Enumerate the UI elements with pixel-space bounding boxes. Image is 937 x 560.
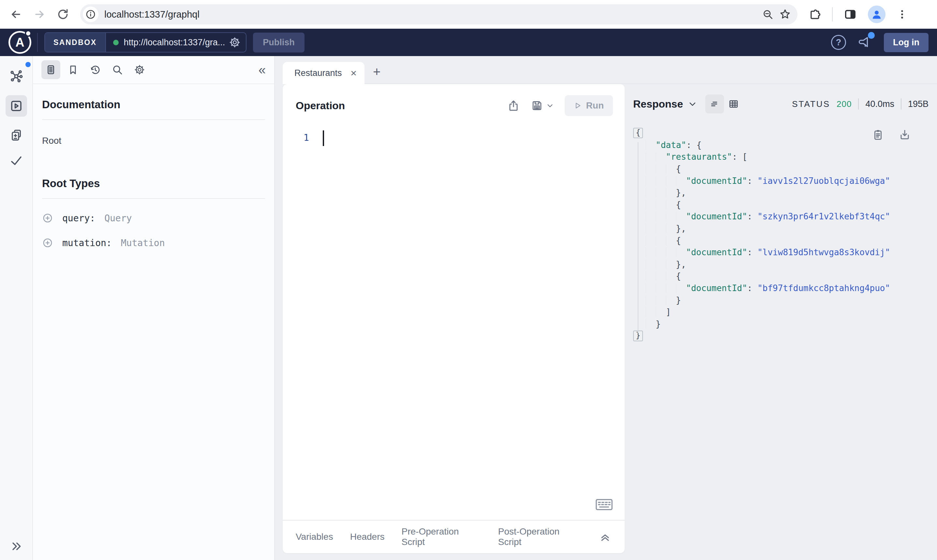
type-field-label[interactable]: query: (62, 213, 95, 224)
type-name-label[interactable]: Mutation (121, 238, 165, 248)
documentation-toolbar: « (33, 56, 274, 84)
indent-guide (666, 188, 676, 197)
chevron-down-icon (546, 102, 554, 109)
schema-icon (9, 69, 23, 83)
connection-settings-icon[interactable] (229, 37, 241, 48)
json-punctuation: } (676, 295, 681, 305)
indent-guide (655, 224, 666, 233)
connection-status-dot (113, 40, 118, 45)
run-button[interactable]: Run (565, 95, 613, 116)
keyboard-shortcuts-icon[interactable] (595, 498, 613, 511)
type-name-label[interactable]: Query (104, 213, 132, 224)
address-bar[interactable]: localhost:1337/graphql (80, 4, 797, 25)
schema-nav-button[interactable] (9, 69, 23, 83)
history-icon (90, 64, 101, 75)
copy-response-icon[interactable] (872, 128, 884, 141)
response-time: 40.0ms (865, 99, 894, 109)
json-punctuation: ] (666, 307, 671, 317)
indent-guide (666, 224, 676, 233)
plus-circle-icon[interactable] (42, 237, 53, 248)
table-view-button[interactable] (724, 95, 743, 114)
site-info-icon[interactable] (83, 6, 98, 22)
response-menu-button[interactable] (688, 100, 697, 108)
operation-title: Operation (296, 100, 345, 112)
indent-guide (655, 212, 666, 222)
endpoint-url[interactable]: http://localhost:1337/gra... (124, 37, 225, 48)
stat-divider (858, 98, 859, 109)
fold-marker[interactable]: { (633, 128, 643, 138)
new-tab-icon[interactable]: + (373, 65, 380, 78)
tab-strip: Restaurants × + (283, 56, 937, 84)
indent-guide (655, 236, 666, 245)
announcements-button[interactable] (858, 35, 872, 49)
side-panel-icon[interactable] (844, 8, 857, 21)
content-row: Operation Run (283, 84, 937, 560)
tab-post-operation-script[interactable]: Post-Operation Script (498, 526, 582, 547)
expand-sidebar-button[interactable] (10, 540, 23, 553)
tab-pre-operation-script[interactable]: Pre-Operation Script (402, 526, 481, 547)
bookmark-icon (68, 64, 78, 75)
forward-icon[interactable] (33, 8, 46, 20)
save-operation-button[interactable] (531, 99, 554, 112)
type-field-label[interactable]: mutation: (62, 238, 112, 248)
menu-kebab-icon[interactable] (897, 9, 908, 20)
json-line: } (633, 330, 929, 342)
help-icon[interactable]: ? (831, 35, 846, 50)
settings-tab-button[interactable] (130, 60, 149, 79)
zoom-out-icon[interactable] (762, 9, 773, 20)
bookmarks-tab-button[interactable] (63, 60, 83, 79)
text-view-button[interactable] (705, 95, 724, 114)
indent-guide (646, 224, 655, 233)
reload-icon[interactable] (57, 8, 69, 20)
url-text: localhost:1337/graphql (104, 9, 200, 20)
json-line: } (633, 318, 929, 330)
tab-restaurants[interactable]: Restaurants × (283, 62, 365, 84)
json-key: "restaurants" (666, 152, 732, 162)
json-punctuation: : (747, 212, 757, 222)
share-icon[interactable] (507, 99, 520, 112)
publish-button[interactable]: Publish (253, 32, 305, 52)
history-tab-button[interactable] (86, 60, 105, 79)
back-icon[interactable] (10, 8, 22, 20)
indent-guide (655, 295, 666, 305)
root-types-title: Root Types (42, 177, 265, 190)
apollo-logo[interactable]: A (8, 31, 31, 54)
json-string: "lviw819d5htwvga8s3kovdij" (757, 248, 890, 257)
run-play-icon (574, 102, 582, 109)
operation-editor[interactable]: 1 (283, 116, 625, 520)
json-string: "bf97tfdumkcc8ptahkng4puo" (757, 283, 890, 293)
indent-guide (666, 248, 676, 257)
run-label: Run (586, 100, 604, 111)
collapse-panel-icon[interactable]: « (258, 63, 266, 76)
tab-variables[interactable]: Variables (296, 532, 333, 542)
icon-rail (0, 56, 33, 560)
header-divider (37, 33, 38, 52)
plus-circle-icon[interactable] (42, 212, 53, 224)
documentation-panel: « Documentation Root Root Types query: Q… (33, 56, 275, 560)
root-type-query-row[interactable]: query: Query (42, 212, 265, 224)
json-punctuation: { (676, 271, 681, 281)
json-key: "data" (655, 140, 686, 150)
collections-nav-button[interactable] (9, 128, 23, 142)
root-item[interactable]: Root (42, 135, 265, 146)
indent-guide (655, 200, 666, 209)
extensions-icon[interactable] (809, 8, 821, 20)
explorer-nav-button[interactable] (6, 95, 27, 117)
secondary-editor-tabs: Variables Headers Pre-Operation Script P… (283, 520, 625, 553)
expand-panel-button[interactable] (599, 530, 612, 543)
bookmark-star-icon[interactable] (779, 8, 791, 20)
close-tab-icon[interactable]: × (351, 68, 357, 78)
json-line: "data": { (633, 139, 929, 151)
apollo-header: A SANDBOX http://localhost:1337/gra... P… (0, 29, 937, 56)
checks-nav-button[interactable] (9, 154, 23, 168)
profile-avatar[interactable] (868, 6, 885, 23)
login-button[interactable]: Log in (884, 33, 929, 52)
download-response-icon[interactable] (899, 128, 911, 141)
search-tab-button[interactable] (108, 60, 127, 79)
line-number: 1 (303, 132, 309, 520)
root-type-mutation-row[interactable]: mutation: Mutation (42, 237, 265, 248)
documentation-icon (45, 64, 56, 75)
indent-guide (646, 319, 655, 329)
documentation-tab-button[interactable] (42, 60, 60, 79)
tab-headers[interactable]: Headers (350, 532, 385, 542)
